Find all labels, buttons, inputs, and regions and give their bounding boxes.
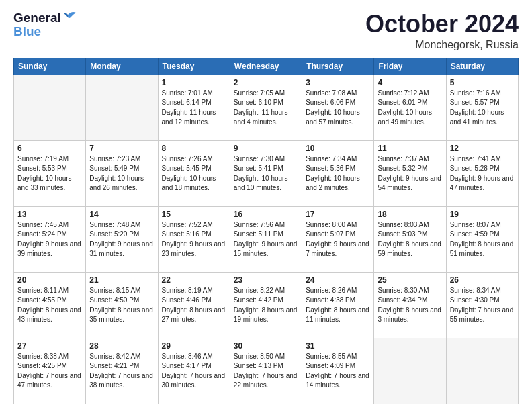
day-info: Sunrise: 8:07 AM Sunset: 4:59 PM Dayligh… — [450, 220, 515, 259]
day-info: Sunrise: 7:08 AM Sunset: 6:06 PM Dayligh… — [306, 89, 370, 128]
calendar-day-cell: 28Sunrise: 8:42 AM Sunset: 4:21 PM Dayli… — [86, 338, 158, 404]
page-subtitle: Monchegorsk, Russia — [365, 39, 519, 51]
calendar-day-cell: 15Sunrise: 7:52 AM Sunset: 5:16 PM Dayli… — [158, 206, 230, 272]
day-number: 10 — [306, 144, 370, 153]
day-number: 22 — [162, 275, 226, 285]
calendar-week-row: 6Sunrise: 7:19 AM Sunset: 5:53 PM Daylig… — [14, 140, 519, 206]
calendar-day-cell: 5Sunrise: 7:16 AM Sunset: 5:57 PM Daylig… — [446, 75, 518, 140]
calendar-day-cell: 19Sunrise: 8:07 AM Sunset: 4:59 PM Dayli… — [446, 206, 518, 272]
day-info: Sunrise: 7:23 AM Sunset: 5:49 PM Dayligh… — [89, 154, 154, 193]
day-info: Sunrise: 8:03 AM Sunset: 5:03 PM Dayligh… — [378, 220, 442, 259]
logo: General Blue — [13, 11, 77, 39]
calendar-week-row: 20Sunrise: 8:11 AM Sunset: 4:55 PM Dayli… — [14, 272, 519, 338]
logo-blue-text: Blue — [13, 24, 41, 39]
day-info: Sunrise: 8:26 AM Sunset: 4:38 PM Dayligh… — [306, 286, 370, 325]
calendar-week-row: 1Sunrise: 7:01 AM Sunset: 6:14 PM Daylig… — [14, 75, 519, 140]
calendar-day-cell: 16Sunrise: 7:56 AM Sunset: 5:11 PM Dayli… — [230, 206, 302, 272]
day-number: 27 — [17, 341, 82, 351]
day-info: Sunrise: 7:56 AM Sunset: 5:11 PM Dayligh… — [234, 220, 298, 259]
day-number: 6 — [17, 144, 82, 153]
calendar-day-cell: 9Sunrise: 7:30 AM Sunset: 5:41 PM Daylig… — [230, 140, 302, 206]
day-info: Sunrise: 7:26 AM Sunset: 5:45 PM Dayligh… — [162, 154, 226, 193]
day-info: Sunrise: 8:50 AM Sunset: 4:13 PM Dayligh… — [234, 352, 298, 391]
calendar-day-header: Monday — [86, 58, 158, 75]
day-number: 13 — [17, 210, 82, 219]
day-info: Sunrise: 7:05 AM Sunset: 6:10 PM Dayligh… — [234, 89, 298, 128]
calendar-day-cell: 31Sunrise: 8:55 AM Sunset: 4:09 PM Dayli… — [302, 338, 374, 404]
day-number: 30 — [234, 341, 298, 351]
calendar-day-cell: 13Sunrise: 7:45 AM Sunset: 5:24 PM Dayli… — [14, 206, 86, 272]
logo-general-text: General — [13, 11, 61, 26]
calendar-day-cell: 2Sunrise: 7:05 AM Sunset: 6:10 PM Daylig… — [230, 75, 302, 140]
day-number: 5 — [450, 78, 515, 87]
day-info: Sunrise: 8:19 AM Sunset: 4:46 PM Dayligh… — [162, 286, 226, 325]
calendar-day-cell: 14Sunrise: 7:48 AM Sunset: 5:20 PM Dayli… — [86, 206, 158, 272]
calendar-day-header: Saturday — [446, 58, 518, 75]
day-info: Sunrise: 8:11 AM Sunset: 4:55 PM Dayligh… — [17, 286, 82, 325]
day-info: Sunrise: 7:30 AM Sunset: 5:41 PM Dayligh… — [234, 154, 298, 193]
calendar-day-cell: 23Sunrise: 8:22 AM Sunset: 4:42 PM Dayli… — [230, 272, 302, 338]
day-number: 12 — [450, 144, 515, 153]
day-number: 14 — [89, 210, 154, 219]
calendar-day-cell — [446, 338, 518, 404]
day-info: Sunrise: 7:12 AM Sunset: 6:01 PM Dayligh… — [378, 89, 442, 128]
day-number: 21 — [89, 275, 154, 285]
calendar-day-cell — [14, 75, 86, 140]
day-number: 9 — [234, 144, 298, 153]
day-number: 24 — [306, 275, 370, 285]
day-info: Sunrise: 7:01 AM Sunset: 6:14 PM Dayligh… — [162, 89, 226, 128]
day-number: 7 — [89, 144, 154, 153]
calendar-day-cell: 11Sunrise: 7:37 AM Sunset: 5:32 PM Dayli… — [374, 140, 446, 206]
day-number: 31 — [306, 341, 370, 351]
day-number: 26 — [450, 275, 515, 285]
day-info: Sunrise: 8:34 AM Sunset: 4:30 PM Dayligh… — [450, 286, 515, 325]
day-number: 16 — [234, 210, 298, 219]
day-info: Sunrise: 7:52 AM Sunset: 5:16 PM Dayligh… — [162, 220, 226, 259]
day-info: Sunrise: 7:37 AM Sunset: 5:32 PM Dayligh… — [378, 154, 442, 193]
calendar-day-cell: 1Sunrise: 7:01 AM Sunset: 6:14 PM Daylig… — [158, 75, 230, 140]
day-info: Sunrise: 8:15 AM Sunset: 4:50 PM Dayligh… — [89, 286, 154, 325]
calendar-table: SundayMondayTuesdayWednesdayThursdayFrid… — [13, 58, 519, 404]
calendar-day-cell — [86, 75, 158, 140]
day-number: 29 — [162, 341, 226, 351]
calendar-day-cell: 17Sunrise: 8:00 AM Sunset: 5:07 PM Dayli… — [302, 206, 374, 272]
day-info: Sunrise: 7:19 AM Sunset: 5:53 PM Dayligh… — [17, 154, 82, 193]
day-number: 20 — [17, 275, 82, 285]
day-number: 15 — [162, 210, 226, 219]
day-number: 19 — [450, 210, 515, 219]
day-info: Sunrise: 7:45 AM Sunset: 5:24 PM Dayligh… — [17, 220, 82, 259]
calendar-day-cell — [374, 338, 446, 404]
day-number: 1 — [162, 78, 226, 87]
calendar-day-header: Wednesday — [230, 58, 302, 75]
calendar-day-cell: 12Sunrise: 7:41 AM Sunset: 5:28 PM Dayli… — [446, 140, 518, 206]
header: General Blue October 2024 Monchegorsk, R… — [13, 11, 519, 51]
calendar-week-row: 27Sunrise: 8:38 AM Sunset: 4:25 PM Dayli… — [14, 338, 519, 404]
calendar-day-header: Friday — [374, 58, 446, 75]
day-number: 17 — [306, 210, 370, 219]
calendar-day-header: Tuesday — [158, 58, 230, 75]
calendar-day-cell: 27Sunrise: 8:38 AM Sunset: 4:25 PM Dayli… — [14, 338, 86, 404]
day-info: Sunrise: 7:34 AM Sunset: 5:36 PM Dayligh… — [306, 154, 370, 193]
calendar-day-cell: 21Sunrise: 8:15 AM Sunset: 4:50 PM Dayli… — [86, 272, 158, 338]
calendar-day-cell: 4Sunrise: 7:12 AM Sunset: 6:01 PM Daylig… — [374, 75, 446, 140]
day-info: Sunrise: 8:30 AM Sunset: 4:34 PM Dayligh… — [378, 286, 442, 325]
calendar-day-header: Thursday — [302, 58, 374, 75]
calendar-day-cell: 22Sunrise: 8:19 AM Sunset: 4:46 PM Dayli… — [158, 272, 230, 338]
calendar-day-cell: 26Sunrise: 8:34 AM Sunset: 4:30 PM Dayli… — [446, 272, 518, 338]
page-title: October 2024 — [365, 11, 519, 38]
day-info: Sunrise: 7:48 AM Sunset: 5:20 PM Dayligh… — [89, 220, 154, 259]
calendar-day-cell: 29Sunrise: 8:46 AM Sunset: 4:17 PM Dayli… — [158, 338, 230, 404]
day-number: 23 — [234, 275, 298, 285]
page: General Blue October 2024 Monchegorsk, R… — [0, 0, 532, 411]
day-number: 25 — [378, 275, 442, 285]
day-info: Sunrise: 8:38 AM Sunset: 4:25 PM Dayligh… — [17, 352, 82, 391]
calendar-day-cell: 6Sunrise: 7:19 AM Sunset: 5:53 PM Daylig… — [14, 140, 86, 206]
logo-bird-icon — [62, 9, 77, 24]
calendar-day-cell: 24Sunrise: 8:26 AM Sunset: 4:38 PM Dayli… — [302, 272, 374, 338]
day-number: 28 — [89, 341, 154, 351]
day-info: Sunrise: 8:00 AM Sunset: 5:07 PM Dayligh… — [306, 220, 370, 259]
day-info: Sunrise: 8:46 AM Sunset: 4:17 PM Dayligh… — [162, 352, 226, 391]
day-number: 3 — [306, 78, 370, 87]
calendar-day-cell: 30Sunrise: 8:50 AM Sunset: 4:13 PM Dayli… — [230, 338, 302, 404]
day-number: 8 — [162, 144, 226, 153]
